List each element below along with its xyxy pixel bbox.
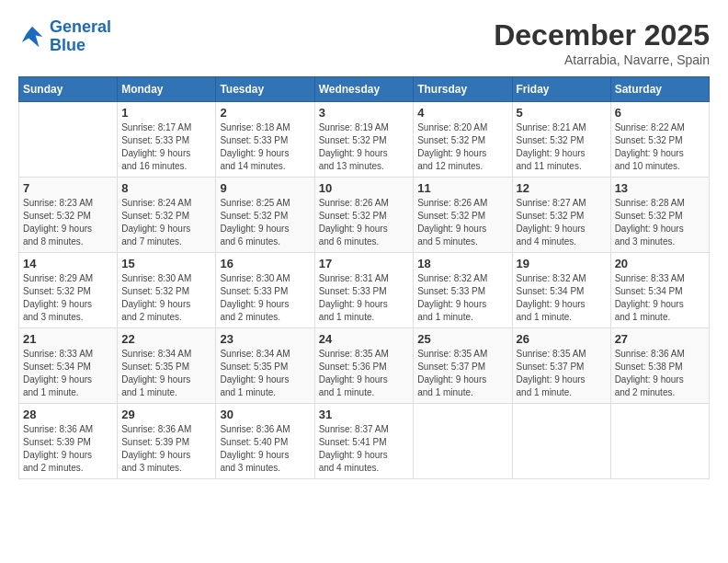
calendar-header-row: SundayMondayTuesdayWednesdayThursdayFrid…: [19, 77, 710, 102]
day-number: 27: [615, 332, 705, 346]
day-number: 12: [517, 181, 607, 195]
calendar-cell: 9Sunrise: 8:25 AMSunset: 5:32 PMDaylight…: [216, 178, 314, 253]
day-info: Sunrise: 8:35 AMSunset: 5:37 PMDaylight:…: [517, 348, 607, 399]
col-header-wednesday: Wednesday: [314, 77, 414, 102]
col-header-tuesday: Tuesday: [216, 77, 314, 102]
col-header-friday: Friday: [512, 77, 610, 102]
day-number: 10: [319, 181, 410, 195]
day-info: Sunrise: 8:20 AMSunset: 5:32 PMDaylight:…: [417, 121, 507, 173]
day-number: 16: [220, 257, 310, 270]
calendar-cell: 23Sunrise: 8:34 AMSunset: 5:35 PMDayligh…: [216, 328, 314, 404]
calendar-cell: 24Sunrise: 8:35 AMSunset: 5:36 PMDayligh…: [314, 328, 414, 404]
calendar-cell: 29Sunrise: 8:36 AMSunset: 5:39 PMDayligh…: [118, 404, 216, 479]
day-info: Sunrise: 8:32 AMSunset: 5:34 PMDaylight:…: [517, 272, 607, 324]
calendar-cell: 28Sunrise: 8:36 AMSunset: 5:39 PMDayligh…: [19, 404, 118, 479]
day-info: Sunrise: 8:36 AMSunset: 5:39 PMDaylight:…: [121, 423, 211, 475]
day-info: Sunrise: 8:36 AMSunset: 5:38 PMDaylight:…: [615, 348, 705, 399]
calendar-cell: 12Sunrise: 8:27 AMSunset: 5:32 PMDayligh…: [512, 178, 610, 253]
logo: General Blue: [18, 18, 111, 55]
calendar-cell: 27Sunrise: 8:36 AMSunset: 5:38 PMDayligh…: [610, 328, 709, 404]
day-info: Sunrise: 8:28 AMSunset: 5:32 PMDaylight:…: [615, 197, 705, 248]
day-info: Sunrise: 8:23 AMSunset: 5:32 PMDaylight:…: [23, 197, 113, 248]
day-number: 20: [615, 257, 705, 270]
calendar-week-row: 14Sunrise: 8:29 AMSunset: 5:32 PMDayligh…: [19, 253, 710, 328]
calendar-cell: 6Sunrise: 8:22 AMSunset: 5:32 PMDaylight…: [610, 102, 709, 178]
calendar-cell: [19, 102, 118, 178]
svg-marker-0: [22, 27, 43, 48]
calendar-cell: 30Sunrise: 8:36 AMSunset: 5:40 PMDayligh…: [216, 404, 314, 479]
day-number: 28: [23, 408, 113, 421]
day-number: 1: [121, 106, 211, 120]
col-header-monday: Monday: [118, 77, 216, 102]
calendar-cell: 14Sunrise: 8:29 AMSunset: 5:32 PMDayligh…: [19, 253, 118, 328]
title-block: December 2025 Atarrabia, Navarre, Spain: [494, 18, 710, 67]
calendar-cell: 4Sunrise: 8:20 AMSunset: 5:32 PMDaylight…: [414, 102, 512, 178]
col-header-saturday: Saturday: [610, 77, 709, 102]
calendar-week-row: 21Sunrise: 8:33 AMSunset: 5:34 PMDayligh…: [19, 328, 710, 404]
month-year-title: December 2025: [494, 18, 710, 52]
calendar-cell: 10Sunrise: 8:26 AMSunset: 5:32 PMDayligh…: [314, 178, 414, 253]
day-number: 30: [220, 408, 310, 421]
day-number: 11: [417, 181, 507, 195]
day-info: Sunrise: 8:22 AMSunset: 5:32 PMDaylight:…: [615, 121, 705, 173]
day-info: Sunrise: 8:36 AMSunset: 5:39 PMDaylight:…: [23, 423, 113, 475]
day-number: 6: [615, 106, 705, 120]
col-header-sunday: Sunday: [19, 77, 118, 102]
day-number: 8: [121, 181, 211, 195]
day-number: 13: [615, 181, 705, 195]
day-info: Sunrise: 8:17 AMSunset: 5:33 PMDaylight:…: [121, 121, 211, 173]
day-number: 25: [417, 332, 507, 346]
day-info: Sunrise: 8:34 AMSunset: 5:35 PMDaylight:…: [121, 348, 211, 399]
calendar-week-row: 1Sunrise: 8:17 AMSunset: 5:33 PMDaylight…: [19, 102, 710, 178]
day-info: Sunrise: 8:26 AMSunset: 5:32 PMDaylight:…: [319, 197, 410, 248]
calendar-week-row: 28Sunrise: 8:36 AMSunset: 5:39 PMDayligh…: [19, 404, 710, 479]
day-number: 3: [319, 106, 410, 120]
calendar-cell: 15Sunrise: 8:30 AMSunset: 5:32 PMDayligh…: [118, 253, 216, 328]
calendar-cell: 21Sunrise: 8:33 AMSunset: 5:34 PMDayligh…: [19, 328, 118, 404]
calendar-cell: 5Sunrise: 8:21 AMSunset: 5:32 PMDaylight…: [512, 102, 610, 178]
day-info: Sunrise: 8:37 AMSunset: 5:41 PMDaylight:…: [319, 423, 410, 475]
calendar-cell: 8Sunrise: 8:24 AMSunset: 5:32 PMDaylight…: [118, 178, 216, 253]
day-info: Sunrise: 8:33 AMSunset: 5:34 PMDaylight:…: [23, 348, 113, 399]
calendar-cell: 31Sunrise: 8:37 AMSunset: 5:41 PMDayligh…: [314, 404, 414, 479]
calendar-table: SundayMondayTuesdayWednesdayThursdayFrid…: [18, 76, 710, 479]
calendar-cell: 20Sunrise: 8:33 AMSunset: 5:34 PMDayligh…: [610, 253, 709, 328]
day-info: Sunrise: 8:19 AMSunset: 5:32 PMDaylight:…: [319, 121, 410, 173]
day-number: 7: [23, 181, 113, 195]
day-number: 23: [220, 332, 310, 346]
calendar-cell: 19Sunrise: 8:32 AMSunset: 5:34 PMDayligh…: [512, 253, 610, 328]
day-info: Sunrise: 8:30 AMSunset: 5:33 PMDaylight:…: [220, 272, 310, 324]
calendar-cell: 1Sunrise: 8:17 AMSunset: 5:33 PMDaylight…: [118, 102, 216, 178]
day-number: 31: [319, 408, 410, 421]
calendar-cell: 2Sunrise: 8:18 AMSunset: 5:33 PMDaylight…: [216, 102, 314, 178]
day-info: Sunrise: 8:27 AMSunset: 5:32 PMDaylight:…: [517, 197, 607, 248]
calendar-cell: 3Sunrise: 8:19 AMSunset: 5:32 PMDaylight…: [314, 102, 414, 178]
day-number: 15: [121, 257, 211, 270]
page-header: General Blue December 2025 Atarrabia, Na…: [18, 18, 710, 67]
day-info: Sunrise: 8:24 AMSunset: 5:32 PMDaylight:…: [121, 197, 211, 248]
day-number: 19: [517, 257, 607, 270]
day-info: Sunrise: 8:25 AMSunset: 5:32 PMDaylight:…: [220, 197, 310, 248]
day-info: Sunrise: 8:18 AMSunset: 5:33 PMDaylight:…: [220, 121, 310, 173]
day-number: 17: [319, 257, 410, 270]
location-subtitle: Atarrabia, Navarre, Spain: [494, 52, 710, 67]
calendar-cell: 22Sunrise: 8:34 AMSunset: 5:35 PMDayligh…: [118, 328, 216, 404]
day-number: 24: [319, 332, 410, 346]
calendar-cell: 13Sunrise: 8:28 AMSunset: 5:32 PMDayligh…: [610, 178, 709, 253]
calendar-week-row: 7Sunrise: 8:23 AMSunset: 5:32 PMDaylight…: [19, 178, 710, 253]
day-info: Sunrise: 8:33 AMSunset: 5:34 PMDaylight:…: [615, 272, 705, 324]
calendar-cell: [512, 404, 610, 479]
day-number: 18: [417, 257, 507, 270]
day-info: Sunrise: 8:30 AMSunset: 5:32 PMDaylight:…: [121, 272, 211, 324]
calendar-cell: 11Sunrise: 8:26 AMSunset: 5:32 PMDayligh…: [414, 178, 512, 253]
day-number: 14: [23, 257, 113, 270]
calendar-cell: 17Sunrise: 8:31 AMSunset: 5:33 PMDayligh…: [314, 253, 414, 328]
day-info: Sunrise: 8:29 AMSunset: 5:32 PMDaylight:…: [23, 272, 113, 324]
calendar-cell: [610, 404, 709, 479]
day-info: Sunrise: 8:36 AMSunset: 5:40 PMDaylight:…: [220, 423, 310, 475]
day-info: Sunrise: 8:32 AMSunset: 5:33 PMDaylight:…: [417, 272, 507, 324]
day-number: 5: [517, 106, 607, 120]
day-number: 4: [417, 106, 507, 120]
calendar-cell: 25Sunrise: 8:35 AMSunset: 5:37 PMDayligh…: [414, 328, 512, 404]
calendar-cell: 16Sunrise: 8:30 AMSunset: 5:33 PMDayligh…: [216, 253, 314, 328]
